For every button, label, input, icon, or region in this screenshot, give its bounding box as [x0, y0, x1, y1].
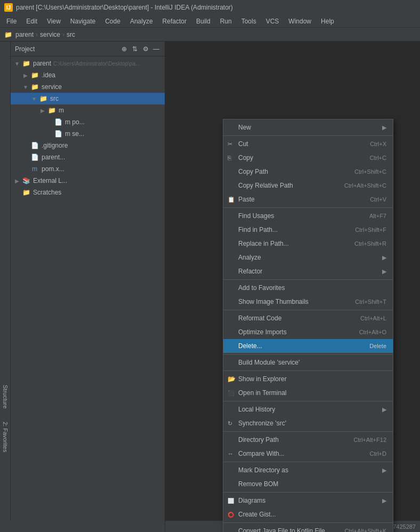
tree-label-external: External L...: [33, 177, 67, 184]
ctx-find-in-path[interactable]: Find in Path... Ctrl+Shift+F: [223, 223, 393, 237]
ctx-diagrams[interactable]: ⬜ Diagrams ▶: [223, 494, 393, 507]
ctx-find-in-path-label: Find in Path...: [238, 226, 278, 233]
ctx-new[interactable]: New ▶: [223, 120, 393, 134]
ctx-refactor-label: Refactor: [238, 268, 262, 275]
ctx-reformat[interactable]: Reformat Code Ctrl+Alt+L: [223, 311, 393, 325]
ctx-replace-in-path[interactable]: Replace in Path... Ctrl+Shift+R: [223, 237, 393, 251]
ctx-copy-label: Copy: [238, 154, 253, 162]
ctx-create-gist[interactable]: ⭕ Create Gist...: [223, 507, 393, 521]
ctx-copy-path-label: Copy Path: [238, 168, 268, 175]
menu-analyze[interactable]: Analyze: [126, 17, 157, 26]
ctx-copy-path[interactable]: Copy Path Ctrl+Shift+C: [223, 165, 393, 179]
menu-tools[interactable]: Tools: [237, 17, 261, 26]
side-tab-favorites[interactable]: 2: Favorites: [1, 417, 10, 456]
breadcrumb-src[interactable]: src: [67, 31, 75, 38]
tree-item-external[interactable]: ▶ 📚 External L...: [11, 175, 165, 187]
panel-icons: ⊕ ⇅ ⚙ —: [120, 45, 160, 53]
menu-build[interactable]: Build: [192, 17, 215, 26]
ctx-show-thumbnails-shortcut: Ctrl+Shift+T: [355, 299, 386, 305]
breadcrumb-parent-label: parent: [15, 31, 34, 38]
cut-icon: ✂: [228, 141, 232, 148]
breadcrumb-parent[interactable]: parent: [15, 31, 34, 38]
menu-navigate[interactable]: Navigate: [66, 17, 100, 26]
tree-item-po[interactable]: 📄 m po...: [11, 116, 165, 128]
ctx-new-arrow: ▶: [382, 124, 386, 131]
ctx-mark-directory[interactable]: Mark Directory as ▶: [223, 463, 393, 477]
panel-icon-sort[interactable]: ⇅: [131, 45, 139, 53]
main-area: Structure 2: Favorites Project ⊕ ⇅ ⚙ — ▼…: [0, 42, 420, 532]
ctx-show-thumbnails[interactable]: Show Image Thumbnails Ctrl+Shift+T: [223, 295, 393, 309]
tree-label-parent-file: parent...: [42, 154, 65, 161]
tree-label-scratches: Scratches: [33, 189, 61, 196]
menu-edit[interactable]: Edit: [22, 17, 42, 26]
tree-item-gitignore[interactable]: 📄 .gitignore: [11, 140, 165, 151]
side-tab-structure[interactable]: Structure: [1, 381, 10, 413]
tree-item-scratches[interactable]: 📁 Scratches: [11, 187, 165, 198]
menu-refactor[interactable]: Refactor: [158, 17, 191, 26]
tree-label-gitignore: .gitignore: [42, 142, 68, 149]
ctx-analyze-arrow: ▶: [382, 254, 386, 261]
ctx-find-in-path-shortcut: Ctrl+Shift+F: [355, 227, 386, 233]
ctx-local-history[interactable]: Local History ▶: [223, 402, 393, 416]
tree-item-m-folder[interactable]: ▶ 📁 m: [11, 104, 165, 116]
gist-icon: ⭕: [228, 512, 234, 518]
tree-item-src[interactable]: ▼ 📁 src: [11, 93, 165, 104]
ctx-compare-with-label: Compare With...: [238, 450, 285, 457]
file-icon-parent: 📄: [30, 154, 39, 161]
menu-vcs[interactable]: VCS: [262, 17, 284, 26]
panel-header: Project ⊕ ⇅ ⚙ —: [11, 42, 165, 57]
ctx-directory-path[interactable]: Directory Path Ctrl+Alt+F12: [223, 433, 393, 447]
ctx-copy-relative[interactable]: Copy Relative Path Ctrl+Alt+Shift+C: [223, 179, 393, 192]
menu-help[interactable]: Help: [317, 17, 338, 26]
menu-code[interactable]: Code: [101, 17, 125, 26]
tree-item-pomx[interactable]: m pom.x...: [11, 163, 165, 175]
ctx-compare-with[interactable]: ↔ Compare With... Ctrl+D: [223, 447, 393, 461]
ctx-reformat-label: Reformat Code: [238, 315, 281, 322]
ctx-copy-relative-label: Copy Relative Path: [238, 182, 293, 189]
ctx-cut[interactable]: ✂ Cut Ctrl+X: [223, 137, 393, 151]
ctx-find-usages[interactable]: Find Usages Alt+F7: [223, 209, 393, 223]
panel-icon-add[interactable]: ⊕: [120, 45, 128, 53]
ctx-copy-relative-shortcut: Ctrl+Alt+Shift+C: [344, 182, 386, 189]
file-icon-se: 📄: [53, 130, 63, 138]
separator-3: [223, 279, 393, 280]
ctx-paste-label: Paste: [238, 196, 255, 203]
breadcrumb-service[interactable]: service: [40, 31, 60, 38]
panel-icon-settings[interactable]: ⚙: [141, 45, 150, 53]
ctx-build-module-label: Build Module 'service': [238, 359, 300, 366]
tree-item-idea[interactable]: ▶ 📁 .idea: [11, 69, 165, 81]
menu-view[interactable]: View: [43, 17, 65, 26]
tree-item-se[interactable]: 📄 m se...: [11, 128, 165, 140]
menu-file[interactable]: File: [2, 17, 21, 26]
ctx-diagrams-arrow: ▶: [382, 497, 386, 504]
separator-11: [223, 522, 393, 523]
separator-5: [223, 354, 393, 354]
ctx-delete[interactable]: Delete... Delete: [223, 339, 393, 353]
tree-item-parent[interactable]: ▼ 📁 parent C:\Users\Administrator\Deskto…: [11, 58, 165, 69]
folder-icon-parent: 📁: [21, 60, 31, 67]
menu-run[interactable]: Run: [216, 17, 236, 26]
lib-icon: 📚: [21, 177, 31, 184]
panel-icon-minimize[interactable]: —: [152, 45, 160, 53]
ctx-copy[interactable]: ⎘ Copy Ctrl+C: [223, 151, 393, 165]
separator-7: [223, 401, 393, 401]
ctx-synchronize[interactable]: ↻ Synchronize 'src': [223, 416, 393, 430]
ctx-open-terminal[interactable]: ⬛ Open in Terminal: [223, 386, 393, 400]
ctx-paste[interactable]: 📋 Paste Ctrl+V: [223, 192, 393, 206]
window-title: parent [C:\Users\Administrator\Desktop\p…: [16, 4, 233, 11]
sync-icon: ↻: [228, 420, 232, 427]
tree-item-parent-file[interactable]: 📄 parent...: [11, 151, 165, 163]
tree-item-service[interactable]: ▼ 📁 service: [11, 81, 165, 93]
terminal-icon: ⬛: [228, 390, 234, 396]
ctx-optimize[interactable]: Optimize Imports Ctrl+Alt+O: [223, 325, 393, 339]
menu-window[interactable]: Window: [284, 17, 316, 26]
separator-6: [223, 370, 393, 371]
ctx-refactor[interactable]: Refactor ▶: [223, 264, 393, 278]
ctx-convert-kotlin[interactable]: Convert Java File to Kotlin File Ctrl+Al…: [223, 524, 393, 532]
ctx-show-explorer[interactable]: 📂 Show in Explorer: [223, 372, 393, 386]
ctx-remove-bom-label: Remove BOM: [238, 480, 278, 488]
ctx-build-module[interactable]: Build Module 'service': [223, 356, 393, 369]
ctx-add-favorites[interactable]: Add to Favorites: [223, 281, 393, 295]
ctx-analyze[interactable]: Analyze ▶: [223, 251, 393, 264]
ctx-remove-bom[interactable]: Remove BOM: [223, 477, 393, 491]
